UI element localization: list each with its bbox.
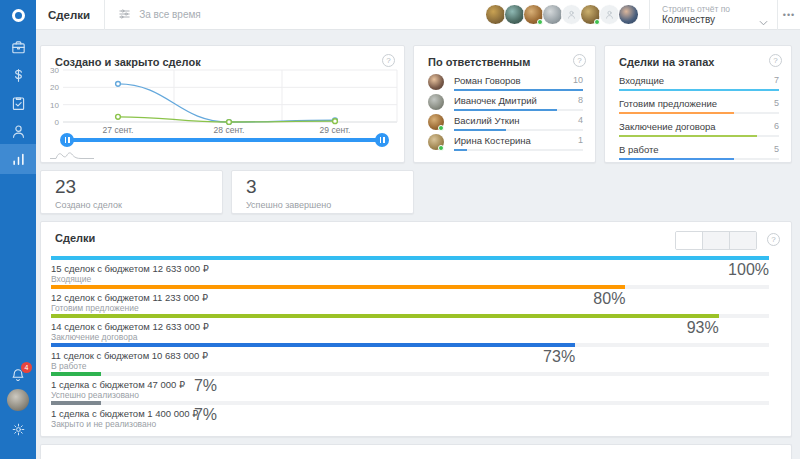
sidebar: 4 bbox=[0, 0, 36, 459]
line-chart: 010203027 сент.28 сент.29 сент. bbox=[47, 68, 400, 136]
stat-value: 23 bbox=[55, 176, 76, 198]
deals-tab-inactive[interactable] bbox=[729, 232, 756, 249]
responsible-name: Иваночек Дмитрий bbox=[454, 95, 537, 106]
stages-card: Сделки на этапах ? Входящие 7 Готовим пр… bbox=[604, 45, 792, 163]
user-avatar[interactable] bbox=[618, 4, 639, 25]
report-by-value: Количеству bbox=[662, 14, 759, 25]
brand-logo-ring-icon bbox=[12, 9, 25, 22]
user-avatar[interactable] bbox=[542, 4, 563, 25]
date-range-slider[interactable] bbox=[67, 138, 382, 142]
user-avatar-placeholder[interactable] bbox=[599, 4, 620, 25]
deal-stage-row[interactable]: 12 сделок с бюджетом 11 233 000 ₽ Готови… bbox=[51, 285, 769, 314]
stage-row[interactable]: В работе 5 bbox=[619, 141, 779, 164]
stat-card-completed: 3 Успешно завершено bbox=[231, 170, 414, 214]
deals-tab-active[interactable] bbox=[676, 232, 702, 249]
svg-text:27 сент.: 27 сент. bbox=[103, 125, 134, 135]
responsible-bar-fill bbox=[454, 109, 557, 111]
user-avatar[interactable] bbox=[504, 4, 525, 25]
overflow-menu-button[interactable]: ••• bbox=[777, 0, 800, 30]
range-handle-right[interactable] bbox=[375, 133, 389, 147]
help-icon[interactable]: ? bbox=[573, 54, 586, 67]
deal-bar-fill bbox=[51, 401, 101, 405]
user-avatar[interactable] bbox=[485, 4, 506, 25]
time-filter[interactable]: За все время bbox=[105, 6, 213, 24]
stage-bar-track bbox=[619, 158, 779, 160]
responsible-row[interactable]: Ирина Костерина 1 bbox=[428, 133, 583, 153]
stage-label: Готовим предложение bbox=[619, 98, 717, 109]
page-title: Сделки bbox=[36, 9, 104, 21]
stage-count: 7 bbox=[774, 75, 779, 85]
clipboard-check-icon bbox=[10, 95, 27, 112]
stages-card-title: Сделки на этапах bbox=[619, 56, 715, 68]
deals-card: Сделки ? 15 сделок с бюджетом 12 633 000… bbox=[40, 221, 792, 437]
sidebar-nav-item-clipboard-check[interactable] bbox=[0, 89, 36, 117]
stage-bar-track bbox=[619, 135, 779, 137]
settings-button[interactable] bbox=[0, 419, 36, 443]
responsible-avatar bbox=[428, 134, 444, 150]
person-icon bbox=[10, 123, 27, 140]
help-icon[interactable]: ? bbox=[769, 54, 782, 67]
current-user-avatar[interactable] bbox=[7, 389, 29, 411]
deal-stage-row[interactable]: 11 сделок с бюджетом 10 683 000 ₽ В рабо… bbox=[51, 343, 769, 372]
chart-point bbox=[116, 114, 121, 119]
svg-text:30: 30 bbox=[50, 68, 59, 75]
responsible-count: 1 bbox=[578, 135, 583, 145]
chart-preview-sparkline bbox=[49, 146, 95, 160]
user-avatar[interactable] bbox=[580, 4, 601, 25]
sidebar-nav-item-stats[interactable] bbox=[0, 144, 36, 174]
stage-bar-fill bbox=[619, 89, 779, 91]
help-icon[interactable]: ? bbox=[382, 54, 395, 67]
stage-label: Входящие bbox=[619, 75, 664, 86]
responsible-row[interactable]: Василий Уткин 4 bbox=[428, 113, 583, 133]
stage-row[interactable]: Входящие 7 bbox=[619, 72, 779, 95]
stage-bar-fill bbox=[619, 112, 734, 114]
deal-bar-track bbox=[51, 343, 769, 347]
chart-card: Создано и закрыто сделок ? 010203027 сен… bbox=[40, 45, 405, 163]
deal-percent: 7% bbox=[159, 377, 217, 395]
deal-bar-fill bbox=[51, 285, 625, 289]
stage-bar-track bbox=[619, 89, 779, 91]
stage-row[interactable]: Готовим предложение 5 bbox=[619, 95, 779, 118]
stage-bar-fill bbox=[619, 158, 734, 160]
user-avatar-strip bbox=[487, 4, 639, 25]
gear-icon bbox=[11, 422, 26, 441]
responsible-avatar bbox=[428, 94, 444, 110]
deal-rows: 15 сделок с бюджетом 12 633 000 ₽ Входящ… bbox=[51, 256, 769, 430]
stage-row[interactable]: Заключение договора 6 bbox=[619, 118, 779, 141]
stage-count: 5 bbox=[774, 98, 779, 108]
brand-logo[interactable] bbox=[8, 5, 28, 25]
help-icon[interactable]: ? bbox=[767, 233, 780, 246]
sidebar-nav-item-dollar[interactable] bbox=[0, 61, 36, 89]
deal-stage-row[interactable]: 14 сделок с бюджетом 12 633 000 ₽ Заключ… bbox=[51, 314, 769, 343]
stage-label: Заключение договора bbox=[619, 121, 716, 132]
deals-tab-inactive[interactable] bbox=[702, 232, 729, 249]
deal-percent: 80% bbox=[567, 290, 625, 308]
chart-line bbox=[118, 84, 335, 122]
report-by-dropdown[interactable]: Строить отчёт по Количеству bbox=[649, 0, 777, 30]
deal-stage-row[interactable]: 15 сделок с бюджетом 12 633 000 ₽ Входящ… bbox=[51, 256, 769, 285]
online-dot bbox=[537, 19, 543, 25]
briefcase-icon bbox=[10, 39, 27, 56]
sidebar-nav-item-person[interactable] bbox=[0, 117, 36, 145]
deal-summary: 14 сделок с бюджетом 12 633 000 ₽ bbox=[51, 321, 209, 332]
notifications-button[interactable]: 4 bbox=[0, 363, 36, 391]
user-avatar-placeholder[interactable] bbox=[561, 4, 582, 25]
deal-stage-row[interactable]: 1 сделка с бюджетом 47 000 ₽ Успешно реа… bbox=[51, 372, 769, 401]
responsible-bar-fill bbox=[454, 89, 583, 91]
responsible-row[interactable]: Роман Говоров 10 bbox=[428, 73, 583, 93]
user-avatar[interactable] bbox=[523, 4, 544, 25]
deal-stage-name: Успешно реализовано bbox=[51, 390, 139, 400]
time-filter-label: За все время bbox=[139, 9, 201, 20]
deal-stage-row[interactable]: 1 сделка с бюджетом 1 400 000 ₽ Закрыто … bbox=[51, 401, 769, 430]
chart-point bbox=[116, 81, 121, 86]
deal-summary: 15 сделок с бюджетом 12 633 000 ₽ bbox=[51, 263, 209, 274]
deal-percent: 7% bbox=[159, 406, 217, 424]
sidebar-nav-item-briefcase[interactable] bbox=[0, 33, 36, 61]
online-dot bbox=[438, 125, 444, 131]
range-handle-left[interactable] bbox=[60, 133, 74, 147]
responsible-row[interactable]: Иваночек Дмитрий 8 bbox=[428, 93, 583, 113]
stage-bar-track bbox=[619, 112, 779, 114]
deals-card-title: Сделки bbox=[55, 232, 95, 244]
responsible-bar-fill bbox=[454, 129, 506, 131]
online-dot bbox=[438, 145, 444, 151]
